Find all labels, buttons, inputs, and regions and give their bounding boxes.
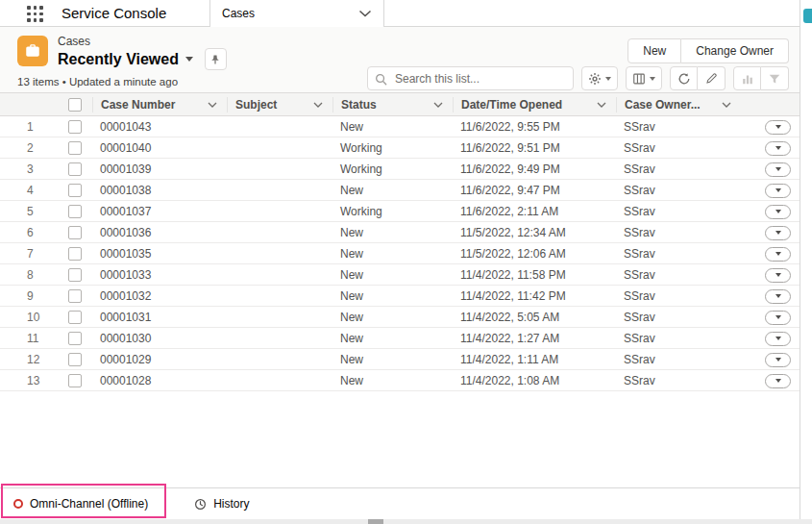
caret-down-icon xyxy=(775,188,781,192)
case-number-cell[interactable]: 00001040 xyxy=(92,137,227,159)
column-header[interactable]: Status xyxy=(332,93,453,116)
main-column: Service Console Cases Cases Recently Vie… xyxy=(0,0,800,519)
bottom-scrollbar-track xyxy=(0,519,812,524)
case-number-cell[interactable]: 00001043 xyxy=(92,116,227,137)
row-checkbox[interactable] xyxy=(68,226,82,239)
row-actions-cell xyxy=(741,180,800,201)
search-input[interactable] xyxy=(367,66,574,90)
caret-down-icon xyxy=(775,273,781,277)
row-actions-cell xyxy=(741,370,800,391)
row-checkbox[interactable] xyxy=(68,162,82,176)
row-actions-button[interactable] xyxy=(765,311,791,325)
list-view-header: Cases Recently Viewed 13 items • Updated… xyxy=(0,27,800,92)
refresh-button[interactable] xyxy=(670,66,698,90)
sort-chevron-icon xyxy=(433,102,443,108)
row-checkbox[interactable] xyxy=(68,289,82,303)
row-checkbox[interactable] xyxy=(68,268,82,282)
case-number-cell[interactable]: 00001039 xyxy=(92,159,227,180)
case-number-cell[interactable]: 00001029 xyxy=(92,349,227,370)
column-header[interactable]: Case Number xyxy=(92,93,227,116)
caret-down-icon xyxy=(775,210,781,213)
row-actions-button[interactable] xyxy=(765,141,791,156)
date-opened-cell: 11/4/2022, 1:27 AM xyxy=(453,328,616,349)
row-checkbox[interactable] xyxy=(68,353,82,366)
status-cell: New xyxy=(332,307,453,328)
sort-chevron-icon xyxy=(208,102,217,108)
pin-list-button[interactable] xyxy=(205,48,227,70)
case-number-cell[interactable]: 00001037 xyxy=(92,201,227,222)
app-launcher-icon[interactable] xyxy=(27,6,43,22)
row-checkbox[interactable] xyxy=(68,332,82,345)
row-actions-button[interactable] xyxy=(765,332,791,346)
column-header[interactable]: Subject xyxy=(227,93,332,116)
row-actions-button[interactable] xyxy=(765,162,791,177)
case-number-cell[interactable]: 00001038 xyxy=(92,180,227,201)
history-utility[interactable]: History xyxy=(194,497,249,511)
table-row: 1100001030New11/4/2022, 1:27 AMSSrav xyxy=(0,328,800,349)
row-number: 2 xyxy=(0,137,58,159)
row-actions-button[interactable] xyxy=(765,205,791,219)
row-actions-cell xyxy=(741,222,800,243)
table-row: 1300001028New11/4/2022, 1:08 AMSSrav xyxy=(0,370,800,391)
status-cell: New xyxy=(332,180,453,201)
row-checkbox[interactable] xyxy=(68,374,82,387)
charts-button[interactable] xyxy=(733,66,761,90)
row-checkbox[interactable] xyxy=(68,184,82,197)
edit-pencil-icon xyxy=(705,72,718,85)
row-checkbox[interactable] xyxy=(68,247,82,261)
edge-panel-tab[interactable] xyxy=(803,9,812,23)
subject-cell xyxy=(227,159,332,180)
table-row: 100001043New11/6/2022, 9:55 PMSSrav xyxy=(0,116,800,137)
case-number-cell[interactable]: 00001036 xyxy=(92,222,227,243)
row-checkbox-cell xyxy=(58,349,92,370)
subject-cell xyxy=(227,222,332,243)
row-actions-button[interactable] xyxy=(765,374,791,388)
row-actions-cell xyxy=(741,349,800,370)
row-actions-button[interactable] xyxy=(765,247,791,262)
refresh-icon xyxy=(677,72,691,86)
row-actions-button[interactable] xyxy=(765,289,791,304)
refresh-edit-group xyxy=(670,66,726,90)
bottom-scrollbar-handle[interactable] xyxy=(368,519,383,524)
case-number-cell[interactable]: 00001031 xyxy=(92,307,227,328)
column-header[interactable]: Date/Time Opened xyxy=(453,93,616,116)
chevron-down-icon[interactable] xyxy=(358,10,372,17)
select-all-checkbox[interactable] xyxy=(68,98,82,112)
caret-down-icon xyxy=(775,252,781,256)
row-actions-button[interactable] xyxy=(765,120,791,135)
view-selector-caret-icon[interactable] xyxy=(185,57,193,62)
case-number-cell[interactable]: 00001032 xyxy=(92,286,227,307)
table-row: 800001033New11/4/2022, 11:58 PMSSrav xyxy=(0,264,800,286)
display-as-button[interactable] xyxy=(626,66,662,90)
row-actions-button[interactable] xyxy=(765,268,791,283)
edit-button[interactable] xyxy=(698,66,726,90)
row-checkbox[interactable] xyxy=(68,120,82,134)
case-number-cell[interactable]: 00001033 xyxy=(92,264,227,286)
row-actions-button[interactable] xyxy=(765,184,791,198)
subject-cell xyxy=(227,243,332,264)
clock-icon xyxy=(194,498,207,511)
date-opened-cell: 11/4/2022, 1:08 AM xyxy=(453,370,616,391)
row-checkbox[interactable] xyxy=(68,311,82,324)
case-number-cell[interactable]: 00001028 xyxy=(92,370,227,391)
new-button[interactable]: New xyxy=(627,38,681,63)
row-checkbox[interactable] xyxy=(68,205,82,218)
change-owner-button[interactable]: Change Owner xyxy=(681,38,789,63)
tab-cases[interactable]: Cases xyxy=(209,0,384,27)
row-actions-button[interactable] xyxy=(765,226,791,240)
row-number-header xyxy=(0,93,58,116)
row-actions-button[interactable] xyxy=(765,353,791,367)
case-object-icon xyxy=(17,36,48,66)
pin-icon xyxy=(209,54,221,65)
case-number-cell[interactable]: 00001030 xyxy=(92,328,227,349)
filter-button[interactable] xyxy=(761,66,789,90)
row-checkbox[interactable] xyxy=(68,141,82,155)
column-header[interactable]: Case Owner... xyxy=(616,93,741,116)
omni-channel-utility[interactable]: Omni-Channel (Offline) xyxy=(13,497,148,511)
view-name[interactable]: Recently Viewed xyxy=(58,51,179,68)
row-checkbox-cell xyxy=(58,222,92,243)
caret-down-icon xyxy=(775,315,781,319)
case-number-cell[interactable]: 00001035 xyxy=(92,243,227,264)
row-actions-cell xyxy=(741,243,800,264)
list-settings-button[interactable] xyxy=(581,66,618,90)
